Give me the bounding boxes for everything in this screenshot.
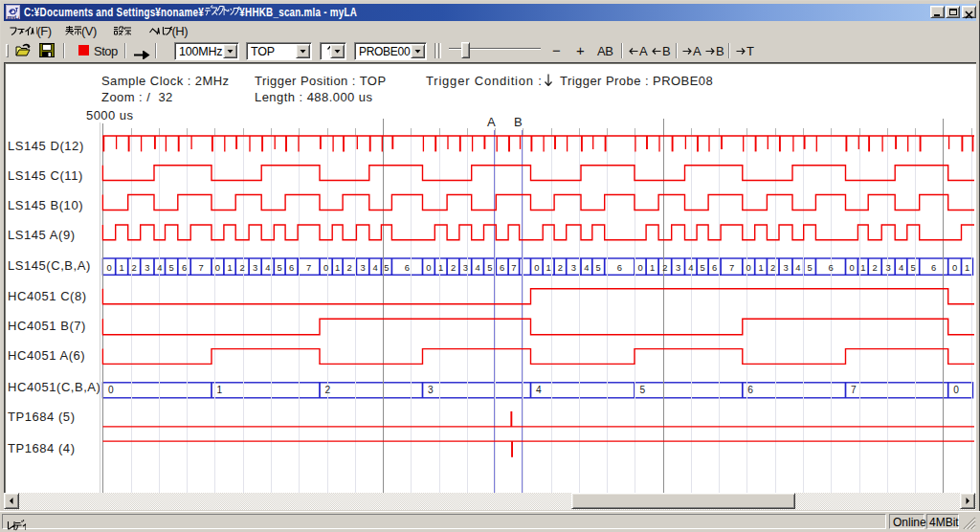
svg-text:4: 4 <box>475 262 479 273</box>
svg-text:7: 7 <box>306 262 311 273</box>
svg-text:7: 7 <box>851 385 857 395</box>
svg-text:5: 5 <box>807 262 812 273</box>
svg-text:0: 0 <box>106 262 111 273</box>
svg-text:3: 3 <box>145 262 149 273</box>
svg-text:3: 3 <box>463 262 468 273</box>
svg-text:5: 5 <box>596 262 601 273</box>
svg-text:4: 4 <box>584 262 589 273</box>
svg-text:6: 6 <box>405 262 410 273</box>
svg-text:1: 1 <box>965 262 969 273</box>
svg-text:3: 3 <box>571 262 576 273</box>
svg-text:3: 3 <box>676 262 680 273</box>
svg-text:0: 0 <box>426 262 431 273</box>
svg-text:5: 5 <box>384 262 389 273</box>
svg-text:6: 6 <box>289 262 294 273</box>
svg-text:5: 5 <box>487 262 492 273</box>
svg-text:6: 6 <box>500 262 504 273</box>
svg-text:6: 6 <box>931 262 936 273</box>
svg-text:1: 1 <box>758 262 763 273</box>
svg-text:3: 3 <box>360 262 365 273</box>
svg-text:0: 0 <box>323 262 328 273</box>
svg-text:5: 5 <box>640 385 646 395</box>
svg-text:6: 6 <box>828 262 833 273</box>
svg-text:1: 1 <box>227 262 232 273</box>
svg-text:0: 0 <box>215 262 220 273</box>
svg-text:7: 7 <box>511 262 516 273</box>
svg-text:4: 4 <box>265 262 270 273</box>
svg-text:6: 6 <box>182 262 187 273</box>
svg-text:1: 1 <box>335 262 340 273</box>
svg-text:3: 3 <box>783 262 788 273</box>
svg-text:4: 4 <box>899 262 903 273</box>
svg-text:6: 6 <box>747 385 753 395</box>
svg-text:2: 2 <box>347 262 352 273</box>
svg-text:3: 3 <box>253 262 257 273</box>
svg-text:2: 2 <box>662 262 667 273</box>
svg-text:4: 4 <box>795 262 800 273</box>
svg-text:7: 7 <box>198 262 203 273</box>
svg-text:5: 5 <box>911 262 916 273</box>
svg-text:7: 7 <box>729 262 734 273</box>
svg-text:6: 6 <box>617 262 622 273</box>
svg-text:4: 4 <box>372 262 377 273</box>
svg-text:0: 0 <box>953 385 959 395</box>
svg-text:0: 0 <box>637 262 642 273</box>
svg-text:0: 0 <box>952 262 957 273</box>
svg-text:1: 1 <box>438 262 443 273</box>
svg-text:5: 5 <box>700 262 704 273</box>
svg-text:1: 1 <box>860 262 865 273</box>
svg-text:0: 0 <box>534 262 539 273</box>
svg-text:4: 4 <box>157 262 162 273</box>
svg-text:1: 1 <box>650 262 655 273</box>
svg-text:2: 2 <box>558 262 563 273</box>
svg-text:2: 2 <box>240 262 245 273</box>
svg-text:1: 1 <box>217 385 223 395</box>
svg-text:2: 2 <box>325 385 331 395</box>
svg-text:2: 2 <box>132 262 137 273</box>
svg-text:0: 0 <box>108 385 114 395</box>
svg-text:6: 6 <box>712 262 717 273</box>
svg-text:5: 5 <box>169 262 174 273</box>
svg-text:3: 3 <box>428 385 434 395</box>
svg-text:4: 4 <box>536 385 542 395</box>
svg-text:5: 5 <box>278 262 282 273</box>
svg-text:0: 0 <box>746 262 751 273</box>
svg-text:2: 2 <box>873 262 878 273</box>
svg-text:2: 2 <box>451 262 456 273</box>
svg-text:1: 1 <box>546 262 551 273</box>
svg-text:0: 0 <box>849 262 854 273</box>
svg-text:2: 2 <box>770 262 775 273</box>
svg-text:3: 3 <box>886 262 891 273</box>
svg-text:4: 4 <box>688 262 693 273</box>
svg-text:1: 1 <box>120 262 124 273</box>
